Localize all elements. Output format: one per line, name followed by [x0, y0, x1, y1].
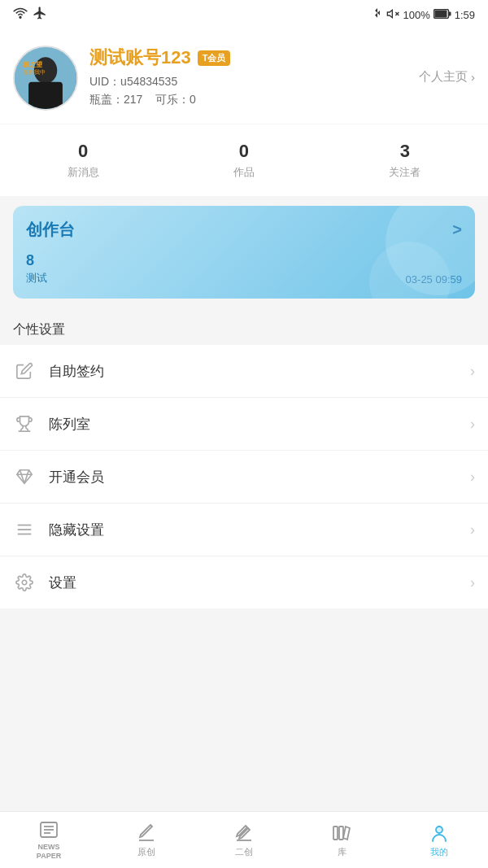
currency-row: 瓶盖：217 可乐：0 [89, 93, 475, 107]
nav-label-library: 库 [338, 846, 346, 858]
nav-item-secondary[interactable]: 二创 [195, 822, 293, 858]
original-icon [136, 822, 157, 844]
time: 1:59 [455, 9, 475, 21]
svg-text:在你我中: 在你我中 [23, 69, 46, 75]
nav-item-newspaper[interactable]: NEWSPAPER [0, 819, 98, 861]
status-left [13, 6, 47, 24]
status-right: 100% 1:59 [372, 7, 475, 23]
stat-followers[interactable]: 3 关注者 [389, 141, 420, 180]
edit-icon [13, 360, 36, 382]
menu-item-hidden-settings[interactable]: 隐藏设置 › [0, 504, 488, 556]
bottom-nav: NEWSPAPER 原创 二创 [0, 811, 488, 868]
stat-works-number: 0 [239, 141, 249, 162]
mute-icon [386, 7, 399, 23]
bluetooth-icon [372, 8, 383, 22]
svg-rect-19 [333, 827, 338, 840]
menu-item-settings[interactable]: 设置 › [0, 556, 488, 608]
stat-works-label: 作品 [233, 165, 255, 180]
nav-item-original[interactable]: 原创 [98, 822, 195, 858]
bottle-caps: 瓶盖：217 [89, 93, 142, 106]
hamburger-icon [13, 518, 36, 541]
menu-item-showroom[interactable]: 陈列室 › [0, 398, 488, 451]
battery-icon [434, 9, 451, 21]
secondary-creation-icon [233, 822, 255, 844]
stat-followers-number: 3 [400, 141, 410, 162]
menu-label-self-sign: 自助签约 [49, 362, 470, 381]
gear-icon [13, 571, 36, 594]
personal-page-arrow: › [471, 70, 475, 84]
menu-arrow-membership: › [470, 469, 475, 486]
creation-description: 测试 [26, 271, 47, 286]
stat-followers-label: 关注者 [389, 165, 420, 180]
library-icon [331, 822, 352, 844]
stat-messages-number: 0 [78, 141, 88, 162]
mine-icon [429, 822, 450, 844]
nav-item-library[interactable]: 库 [293, 822, 390, 858]
menu-arrow-showroom: › [470, 416, 475, 433]
settings-header: 个性设置 [0, 308, 488, 345]
svg-rect-5 [434, 10, 447, 17]
menu-list: 自助签约 › 陈列室 › [0, 345, 488, 608]
stat-works[interactable]: 0 作品 [233, 141, 255, 180]
profile-section: 极之望 在你我中 测试账号123 T会员 UID：u54834535 瓶盖：21… [0, 29, 488, 124]
creation-number: 8 [26, 252, 47, 269]
menu-label-settings: 设置 [49, 574, 470, 592]
menu-item-membership[interactable]: 开通会员 › [0, 451, 488, 504]
status-bar: 100% 1:59 [0, 0, 488, 29]
svg-rect-8 [28, 82, 63, 109]
nav-label-original: 原创 [137, 846, 155, 858]
stats-section: 0 新消息 0 作品 3 关注者 [0, 124, 488, 196]
menu-label-showroom: 陈列室 [49, 415, 470, 434]
cola: 可乐：0 [155, 93, 196, 106]
stat-messages-label: 新消息 [68, 165, 99, 180]
menu-arrow-self-sign: › [470, 363, 475, 380]
wifi-icon [13, 6, 28, 24]
menu-item-self-sign[interactable]: 自助签约 › [0, 345, 488, 398]
personal-page-link[interactable]: 个人主页 › [419, 69, 475, 85]
nav-label-secondary: 二创 [235, 846, 253, 858]
creation-title: 创作台 [26, 219, 75, 241]
trophy-icon [13, 412, 36, 435]
profile-info: 测试账号123 T会员 UID：u54834535 瓶盖：217 可乐：0 [89, 46, 475, 107]
uid-row: UID：u54834535 [89, 75, 475, 89]
avatar[interactable]: 极之望 在你我中 [13, 46, 78, 111]
menu-label-hidden-settings: 隐藏设置 [49, 521, 470, 539]
battery-percent: 100% [403, 9, 429, 21]
svg-rect-4 [448, 11, 451, 15]
svg-point-0 [20, 16, 21, 18]
nav-label-mine: 我的 [430, 846, 448, 858]
svg-point-21 [436, 827, 442, 833]
stat-messages[interactable]: 0 新消息 [68, 141, 99, 180]
menu-arrow-hidden-settings: › [470, 521, 475, 539]
menu-label-membership: 开通会员 [49, 468, 470, 486]
svg-point-14 [22, 580, 27, 585]
nav-label-newspaper: NEWSPAPER [37, 843, 61, 861]
creation-left: 8 测试 [26, 252, 47, 286]
personal-page-label: 个人主页 [419, 69, 468, 85]
username-row: 测试账号123 T会员 [89, 46, 475, 70]
newspaper-icon [38, 819, 59, 840]
creation-section[interactable]: 创作台 > 8 测试 03-25 09:59 [13, 206, 475, 299]
nav-item-mine[interactable]: 我的 [390, 822, 488, 858]
svg-text:极之望: 极之望 [22, 60, 42, 68]
vip-badge: T会员 [198, 50, 231, 66]
airplane-icon [33, 6, 47, 24]
diamond-icon [13, 465, 36, 488]
username: 测试账号123 [89, 46, 191, 70]
menu-arrow-settings: › [470, 574, 475, 591]
